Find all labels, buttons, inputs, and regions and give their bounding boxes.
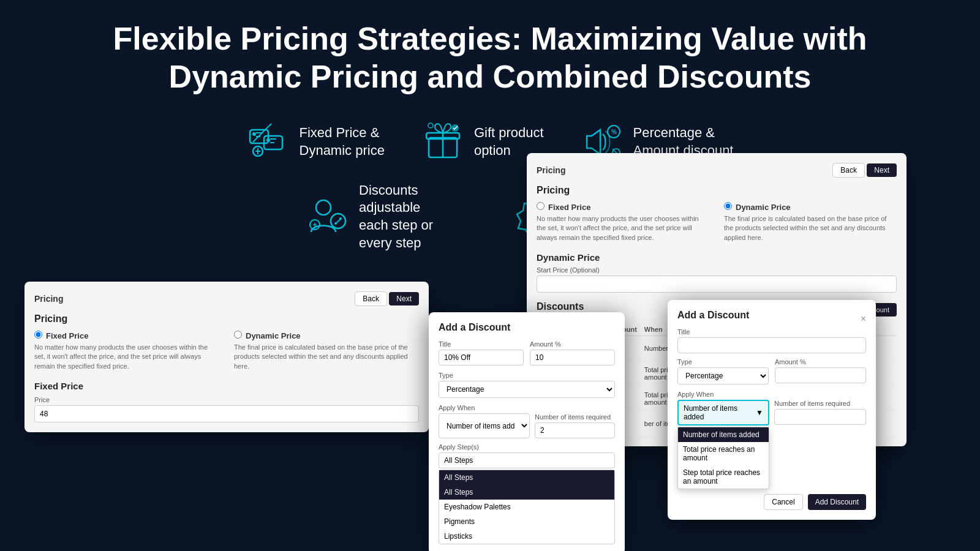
modal1-title: Add a Discount [439, 322, 615, 333]
modal2-apply-when-container: Number of items added ▼ Number of items … [677, 400, 769, 489]
fixed-price-desc: No matter how many products the user cho… [537, 214, 709, 242]
dropdown-opt-step-total[interactable]: Step total price reaches an amount [678, 465, 769, 489]
modal2-type-group: Type Percentage Amount [677, 358, 769, 384]
fixed-price-desc-small: No matter how many products the user cho… [34, 343, 219, 371]
feature-fixed-dynamic: Fixed Price & Dynamic price [247, 121, 385, 163]
dropdown-item-eyeshadow[interactable]: Eyeshadow Palettes [439, 500, 614, 514]
small-pricing-panel: Pricing Back Next Pricing Fixed Price No… [24, 282, 429, 432]
modal1-type-group: Type Percentage Amount [439, 372, 615, 398]
dynamic-price-option: Dynamic Price The final price is calcula… [724, 202, 897, 242]
modal1-apply-steps-input[interactable]: All Steps [439, 452, 615, 468]
pricing-type-row-small: Fixed Price No matter how many products … [34, 331, 419, 371]
modal2-apply-when-value: Number of items added [684, 404, 756, 421]
page-title: Flexible Pricing Strategies: Maximizing … [49, 20, 931, 96]
modal1-title-row: Title Amount % [439, 340, 615, 365]
dropdown-opt-items-added[interactable]: Number of items added [678, 427, 769, 442]
add-discount-modal-1: Add a Discount Title Amount % Type Perce… [429, 312, 625, 551]
modal1-apply-when-label: Apply When [439, 404, 615, 411]
modal1-title-input[interactable] [439, 350, 524, 365]
pricing-section-title: Pricing [537, 185, 897, 196]
modal1-dropdown-list: All Steps All Steps Eyeshadow Palettes P… [439, 470, 615, 544]
modal2-close-icon[interactable]: × [861, 313, 866, 324]
svg-point-3 [266, 138, 270, 142]
next-button-small[interactable]: Next [389, 292, 419, 305]
start-price-label: Start Price (Optional) [537, 266, 897, 274]
chevron-down-icon: ▼ [756, 408, 763, 417]
modal2-apply-when-row: Number of items added ▼ Number of items … [677, 400, 866, 489]
modal1-amount-group: Amount % [530, 340, 615, 365]
modal2-amount-label: Amount % [775, 358, 866, 365]
modal1-apply-steps-group: Apply Step(s) All Steps All Steps All St… [439, 443, 615, 544]
modal1-type-label: Type [439, 372, 615, 379]
add-discount-modal-2: Add a Discount × Title Type Percentage A… [668, 300, 876, 520]
pricing-section-small: Pricing [34, 313, 419, 324]
price-tag-icon [247, 121, 290, 163]
feature-gift-product: Gift product option [421, 121, 544, 163]
header: Flexible Pricing Strategies: Maximizing … [0, 0, 980, 108]
panel-header: Pricing Back Next [537, 163, 897, 178]
dropdown-item-all-steps-2[interactable]: All Steps [439, 485, 614, 500]
modal2-title: Add a Discount [677, 310, 749, 321]
pricing-type-row: Fixed Price No matter how many products … [537, 202, 897, 242]
back-button-small[interactable]: Back [355, 291, 387, 306]
dynamic-price-title: Dynamic Price [537, 252, 897, 263]
modal1-num-items-group: Number of items required [535, 413, 615, 438]
modal1-apply-steps-label: Apply Step(s) [439, 443, 615, 451]
dropdown-opt-total-price[interactable]: Total price reaches an amount [678, 442, 769, 465]
svg-point-12 [316, 200, 331, 215]
svg-point-1 [252, 132, 256, 136]
gift-icon [421, 121, 464, 163]
feature-discounts-adjustable: Discounts adjustable each step or every … [306, 182, 466, 252]
price-input-label: Price [34, 396, 419, 403]
dynamic-price-radio[interactable] [724, 202, 732, 210]
dropdown-item-pigments[interactable]: Pigments [439, 514, 614, 529]
fixed-price-label: Fixed Price [548, 203, 590, 212]
modal2-num-items-input[interactable] [774, 409, 866, 425]
dropdown-item-lipsticks[interactable]: Lipsticks [439, 529, 614, 544]
modal1-type-select[interactable]: Percentage Amount [439, 381, 615, 398]
panel-title-small: Pricing [34, 294, 63, 304]
modal1-num-items-input[interactable] [535, 422, 615, 438]
fixed-price-radio-small[interactable] [34, 331, 42, 339]
modal1-title-label: Title [439, 340, 524, 348]
modal2-amount-input[interactable] [775, 367, 866, 383]
modal1-apply-when-select[interactable]: Number of items added Total price reache… [439, 413, 530, 438]
modal2-amount-group: Amount % [775, 358, 866, 384]
feature-label-fixed-dynamic: Fixed Price & Dynamic price [300, 124, 385, 159]
start-price-input[interactable] [537, 276, 897, 293]
modal2-num-items-group: Number of items required [774, 400, 866, 489]
svg-text:%: % [611, 129, 617, 135]
dynamic-price-radio-small[interactable] [234, 331, 242, 339]
modal2-title-input[interactable] [677, 337, 866, 353]
panel-title: Pricing [537, 165, 565, 175]
modal2-type-row: Type Percentage Amount Amount % [677, 358, 866, 384]
modal1-title-group: Title [439, 340, 524, 365]
modal2-type-select[interactable]: Percentage Amount [677, 367, 769, 384]
panel-actions-small: Back Next [355, 291, 419, 306]
modal1-amount-input[interactable] [530, 350, 615, 365]
modal2-add-button[interactable]: Add Discount [808, 494, 866, 510]
modal1-amount-label: Amount % [530, 340, 615, 348]
next-button[interactable]: Next [867, 163, 897, 177]
discounts-title: Discounts [537, 301, 584, 312]
fixed-price-option: Fixed Price No matter how many products … [537, 202, 709, 242]
modal1-apply-when-group: Apply When Number of items added Total p… [439, 404, 615, 438]
modal2-footer: Cancel Add Discount [677, 494, 866, 510]
dropdown-item-all-steps-1[interactable]: All Steps [439, 470, 614, 485]
price-input[interactable] [34, 405, 419, 422]
svg-point-14 [334, 222, 337, 225]
dynamic-price-desc: The final price is calculated based on t… [724, 214, 897, 242]
panel-header-small: Pricing Back Next [34, 291, 419, 306]
modal2-apply-when-group: Apply When Number of items added ▼ Numbe… [677, 391, 866, 489]
fixed-price-radio[interactable] [537, 202, 545, 210]
dynamic-price-option-small: Dynamic Price The final price is calcula… [234, 331, 419, 371]
svg-point-15 [339, 217, 342, 220]
modal1-type-row: Type Percentage Amount [439, 372, 615, 398]
user-discount-icon [306, 195, 349, 238]
modal2-apply-when-select[interactable]: Number of items added ▼ [677, 400, 769, 425]
fixed-price-section-title: Fixed Price [34, 381, 419, 391]
modal2-cancel-button[interactable]: Cancel [764, 494, 802, 510]
back-button[interactable]: Back [832, 163, 865, 178]
modal2-apply-when-label: Apply When [677, 391, 866, 398]
dynamic-price-label-small: Dynamic Price [246, 331, 301, 340]
